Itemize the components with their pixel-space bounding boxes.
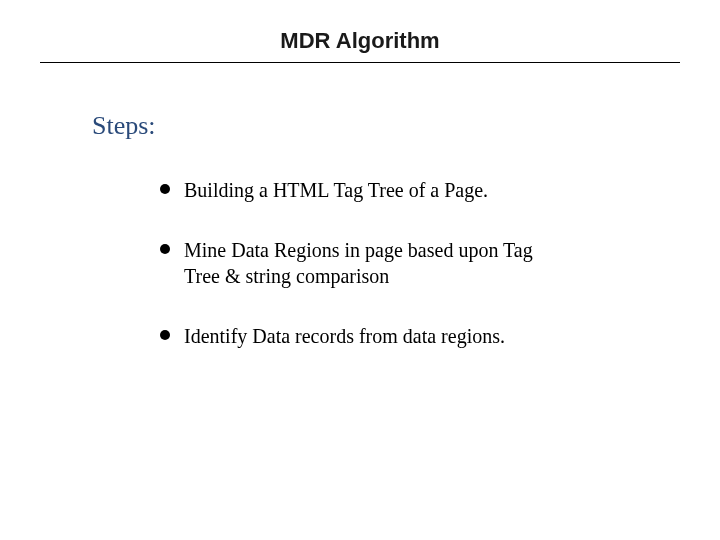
slide-title: MDR Algorithm: [0, 0, 720, 62]
list-item-text: Building a HTML Tag Tree of a Page.: [184, 177, 540, 203]
list-item: Mine Data Regions in page based upon Tag…: [160, 237, 540, 289]
section-heading: Steps:: [92, 111, 720, 141]
bullet-icon: [160, 330, 170, 340]
bullet-icon: [160, 244, 170, 254]
list-item: Identify Data records from data regions.: [160, 323, 540, 349]
list-item: Building a HTML Tag Tree of a Page.: [160, 177, 540, 203]
list-item-text: Mine Data Regions in page based upon Tag…: [184, 237, 540, 289]
bullet-icon: [160, 184, 170, 194]
title-underline: [40, 62, 680, 63]
list-item-text: Identify Data records from data regions.: [184, 323, 540, 349]
steps-list: Building a HTML Tag Tree of a Page. Mine…: [160, 177, 540, 349]
